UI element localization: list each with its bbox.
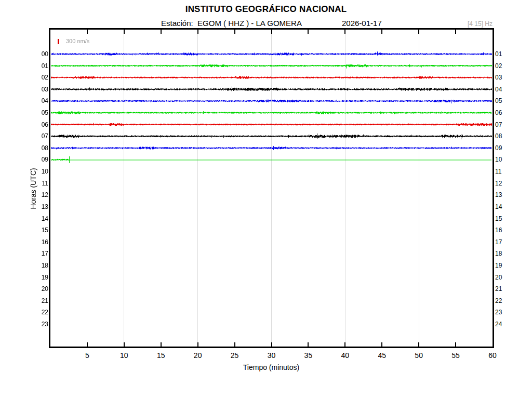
hour-label-right-18: 18 <box>495 250 513 257</box>
hour-label-left-05: 05 <box>30 109 48 116</box>
hour-label-left-03: 03 <box>30 86 48 93</box>
hour-label-right-05: 05 <box>495 97 513 104</box>
x-tick-label-20: 20 <box>185 351 210 360</box>
x-tick-label-35: 35 <box>296 351 321 360</box>
hour-label-left-01: 01 <box>30 62 48 70</box>
x-tick-label-50: 50 <box>406 351 431 360</box>
x-tick-label-15: 15 <box>149 351 174 360</box>
y-axis-title: Horas (UTC) <box>29 137 38 241</box>
hour-label-left-00: 00 <box>30 50 48 58</box>
x-tick-label-25: 25 <box>222 351 247 360</box>
x-tick-label-10: 10 <box>112 351 137 360</box>
station-spacer <box>193 19 197 28</box>
station-subtitle: Estación: EGOM ( HHZ ) - LA GOMERA <box>161 19 302 28</box>
hour-label-left-04: 04 <box>30 97 48 104</box>
hour-label-right-04: 04 <box>495 86 513 93</box>
hour-label-left-22: 22 <box>30 309 48 316</box>
hour-label-left-02: 02 <box>30 74 48 81</box>
hour-label-right-11: 11 <box>495 168 513 175</box>
x-tick-label-40: 40 <box>332 351 357 360</box>
x-tick-label-60: 60 <box>480 351 505 360</box>
station-value: EGOM ( HHZ ) - LA GOMERA <box>197 19 302 28</box>
plot-area: 300 nm/s <box>49 28 494 348</box>
helicorder-page: INSTITUTO GEOGRÁFICO NACIONAL Estación: … <box>0 0 532 399</box>
date-label: 2026-01-17 <box>342 19 382 28</box>
x-axis-title: Tiempo (minutos) <box>198 363 344 371</box>
hour-label-right-06: 06 <box>495 109 513 116</box>
hour-label-right-22: 22 <box>495 297 513 304</box>
hour-label-left-20: 20 <box>30 285 48 292</box>
hour-label-left-06: 06 <box>30 121 48 128</box>
hour-label-right-20: 20 <box>495 274 513 281</box>
station-label: Estación: <box>161 19 193 28</box>
hour-label-right-13: 13 <box>495 191 513 198</box>
hour-label-right-02: 02 <box>495 62 513 70</box>
hour-label-left-19: 19 <box>30 274 48 281</box>
hour-label-right-08: 08 <box>495 132 513 140</box>
hour-label-right-15: 15 <box>495 215 513 222</box>
hour-label-right-03: 03 <box>495 74 513 81</box>
hour-label-right-10: 10 <box>495 156 513 163</box>
hour-label-right-14: 14 <box>495 203 513 210</box>
hour-label-right-07: 07 <box>495 121 513 128</box>
hour-label-left-23: 23 <box>30 321 48 328</box>
scale-bar-icon <box>58 39 59 44</box>
hour-label-left-18: 18 <box>30 262 48 269</box>
x-tick-label-30: 30 <box>259 351 284 360</box>
x-tick-label-5: 5 <box>75 351 100 360</box>
hour-label-right-23: 23 <box>495 309 513 316</box>
seismogram-traces <box>50 30 493 347</box>
hour-label-right-24: 24 <box>495 321 513 328</box>
hour-label-right-01: 01 <box>495 50 513 58</box>
hour-label-right-12: 12 <box>495 180 513 187</box>
hour-label-right-19: 19 <box>495 262 513 269</box>
page-title: INSTITUTO GEOGRÁFICO NACIONAL <box>0 4 532 15</box>
hour-label-right-21: 21 <box>495 285 513 292</box>
hour-label-right-16: 16 <box>495 227 513 234</box>
hour-label-right-09: 09 <box>495 144 513 152</box>
x-tick-label-45: 45 <box>369 351 394 360</box>
x-tick-label-55: 55 <box>443 351 468 360</box>
frequency-band-label: [4 15] Hz <box>468 20 493 28</box>
scale-label: 300 nm/s <box>66 38 89 44</box>
hour-label-right-17: 17 <box>495 238 513 246</box>
hour-label-left-17: 17 <box>30 250 48 257</box>
hour-label-left-21: 21 <box>30 297 48 304</box>
